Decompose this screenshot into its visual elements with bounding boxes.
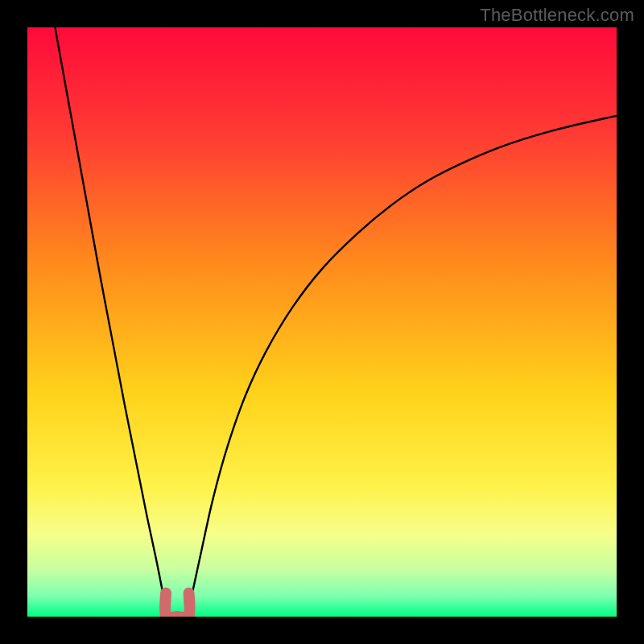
svg-rect-0 [27,27,617,617]
plot-area [27,27,617,617]
chart-frame: TheBottleneck.com [0,0,644,644]
attribution-text: TheBottleneck.com [480,5,634,26]
chart-svg [27,27,617,617]
